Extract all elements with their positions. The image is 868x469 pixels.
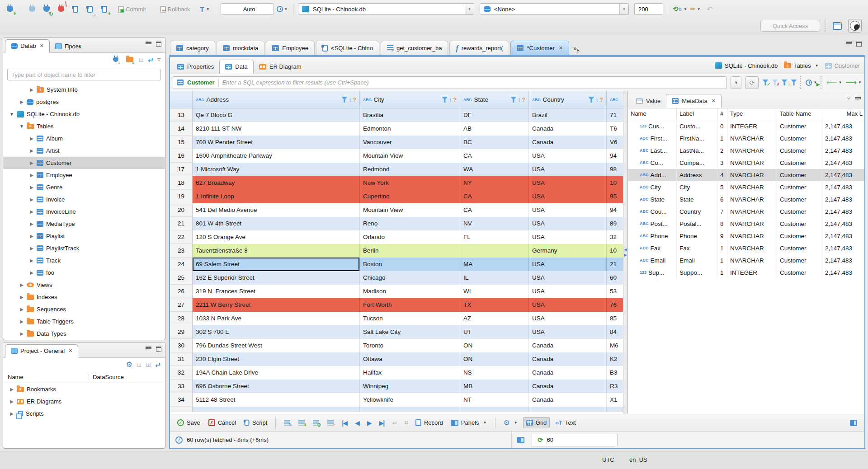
grid-cell[interactable]: Canada: [529, 393, 607, 407]
dropdown-arrow-icon[interactable]: ▼: [619, 4, 628, 14]
grid-cell[interactable]: T6: [607, 122, 623, 136]
tab-database-navigator[interactable]: Datab ✕: [5, 39, 50, 53]
grid-cell[interactable]: V6: [607, 136, 623, 149]
minimize-icon[interactable]: [146, 347, 151, 349]
grid-row[interactable]: 32194A Chain Lake DriveHalifaxNSCanadaB3: [170, 366, 623, 380]
grid-cell[interactable]: Canada: [529, 339, 607, 352]
commit-button[interactable]: ▣Commit: [113, 3, 151, 15]
metadata-cell-name[interactable]: ABCCo...: [628, 157, 677, 169]
grid-cell[interactable]: USA: [529, 176, 607, 190]
row-number-cell[interactable]: 19: [170, 190, 193, 203]
view-menu-icon[interactable]: ▽: [847, 96, 850, 100]
edit-row-icon[interactable]: ✎: [281, 418, 293, 427]
column-header-country[interactable]: ABCCountry↕?: [529, 91, 607, 108]
save-button[interactable]: ✓Save: [175, 417, 203, 428]
row-number-cell[interactable]: 23: [170, 244, 193, 258]
metadata-cell-name[interactable]: ABCLast...: [628, 145, 677, 157]
metadata-cell-num[interactable]: 1: [717, 132, 727, 145]
metadata-cell-label[interactable]: Address: [677, 169, 717, 181]
chevron-right-icon[interactable]: ▶: [9, 387, 14, 392]
grid-row[interactable]: 345112 48 StreetYellowknifeNTCanadaX1: [170, 393, 623, 407]
maximize-icon[interactable]: [156, 42, 161, 47]
tree-item-indexes[interactable]: ▶Indexes: [3, 291, 165, 303]
new-connection-icon[interactable]: +: [4, 3, 16, 15]
maximize-icon[interactable]: [156, 347, 161, 352]
transaction-log-icon[interactable]: ▼: [276, 3, 288, 15]
metadata-cell-label[interactable]: Compa...: [677, 157, 717, 169]
row-number-cell[interactable]: 17: [170, 163, 193, 176]
grid-cell[interactable]: Edmonton: [360, 122, 460, 136]
grid-cell[interactable]: 1 Infinite Loop: [193, 190, 360, 203]
mock-data-icon[interactable]: ✏▼: [689, 3, 702, 15]
grid-cell[interactable]: Canada: [529, 352, 607, 366]
row-number-cell[interactable]: 16: [170, 149, 193, 163]
metadata-cell-max[interactable]: 2,147,483: [822, 169, 864, 181]
metadata-row[interactable]: ABCAdd...Address4NVARCHARCustomer2,147,4…: [628, 169, 864, 181]
tree-item-postgres[interactable]: ▶postgres: [3, 96, 165, 108]
row-number-cell[interactable]: 33: [170, 380, 193, 393]
grid-cell[interactable]: NS: [460, 366, 529, 380]
minimize-icon[interactable]: [855, 97, 861, 99]
tree-item-sqlite-chinook-db[interactable]: ▼SQLite - Chinook.db: [3, 108, 165, 120]
column-header-name[interactable]: Name: [3, 374, 89, 380]
row-number-cell[interactable]: 24: [170, 258, 193, 271]
collapse-all-icon[interactable]: ⊟: [137, 361, 142, 368]
grid-cell[interactable]: 8210 111 ST NW: [193, 122, 360, 136]
grid-cell[interactable]: 319 N. Frances Street: [193, 285, 360, 298]
refresh-data-icon[interactable]: ⟲⇅▼: [673, 3, 687, 15]
metadata-cell-type[interactable]: NVARCHAR: [727, 206, 777, 218]
grid-row[interactable]: 31230 Elgin StreetOttawaONCanadaK2: [170, 352, 623, 366]
column-header-clipped[interactable]: ABC: [607, 91, 623, 108]
grid-cell[interactable]: NY: [460, 176, 529, 190]
new-sql-editor-icon[interactable]: +: [98, 3, 111, 15]
close-icon[interactable]: ✕: [40, 43, 44, 49]
metadata-cell-type[interactable]: NVARCHAR: [727, 132, 777, 145]
grid-cell[interactable]: USA: [529, 217, 607, 230]
metadata-row[interactable]: ABCCo...Compa...3NVARCHARCustomer2,147,4…: [628, 157, 864, 169]
link-with-editor-icon[interactable]: ⇄: [148, 56, 153, 63]
grid-cell[interactable]: Yellowknife: [360, 393, 460, 407]
chevron-right-icon[interactable]: ▶: [29, 136, 34, 141]
auto-refresh-box[interactable]: ⟳ 60: [532, 434, 618, 446]
metadata-cell-num[interactable]: 4: [717, 169, 727, 181]
grid-row[interactable]: 2469 Salem StreetBostonMAUSA21: [170, 258, 623, 271]
grid-cell[interactable]: ON: [460, 352, 529, 366]
grid-cell[interactable]: 21: [607, 258, 623, 271]
metadata-cell-type[interactable]: INTEGER: [727, 267, 777, 279]
grid-cell[interactable]: USA: [529, 298, 607, 312]
grid-cell[interactable]: 696 Osborne Street: [193, 380, 360, 393]
transaction-mode-icon[interactable]: T▼: [198, 3, 211, 15]
tab-metadata[interactable]: MetaData✕: [666, 94, 722, 108]
grid-row[interactable]: 18627 BroadwayNew YorkNYUSA10: [170, 176, 623, 190]
tab-er-diagram[interactable]: ER Diagram: [254, 60, 307, 74]
grid-cell[interactable]: 796 Dundas Street West: [193, 339, 360, 352]
metadata-cell-table[interactable]: Customer: [777, 181, 822, 193]
database-select[interactable]: <None>▼: [480, 3, 629, 15]
grid-cell[interactable]: Tucson: [360, 312, 460, 325]
row-number-cell[interactable]: 22: [170, 230, 193, 244]
metadata-cell-label[interactable]: Postal...: [677, 218, 717, 230]
next-result-icon[interactable]: ⟶▼: [846, 78, 862, 87]
grid-cell[interactable]: 2211 W Berry Street: [193, 298, 360, 312]
filter-funnel-icon[interactable]: [588, 97, 594, 103]
delete-row-icon[interactable]: −: [325, 418, 336, 427]
row-number-cell[interactable]: 21: [170, 217, 193, 230]
grid-row[interactable]: 20541 Del Medio AvenueMountain ViewCAUSA…: [170, 203, 623, 217]
close-icon[interactable]: ✕: [559, 45, 563, 51]
metadata-column-header-table-name[interactable]: Table Name: [777, 108, 822, 120]
panel-sash[interactable]: ◀▶: [623, 91, 627, 414]
tree-item-system-info[interactable]: ▶iSystem Info: [3, 84, 165, 96]
chevron-right-icon[interactable]: ▶: [29, 246, 34, 251]
grid-cell[interactable]: Germany: [529, 244, 607, 258]
filter-funnel-icon[interactable]: [442, 97, 448, 103]
save-filter-icon[interactable]: ▢: [781, 80, 787, 85]
tree-item-playlisttrack[interactable]: ▶PlaylistTrack: [3, 242, 165, 254]
tree-item-track[interactable]: ▶Track: [3, 254, 165, 267]
metadata-cell-max[interactable]: 2,147,483: [822, 181, 864, 193]
cancel-button[interactable]: ✗Cancel: [206, 417, 239, 428]
grid-cell[interactable]: 1033 N Park Ave: [193, 312, 360, 325]
tree-item-tables[interactable]: ▼≡Tables: [3, 120, 165, 132]
commit-mode-select[interactable]: Auto: [221, 3, 274, 15]
row-number-cell[interactable]: 31: [170, 352, 193, 366]
editor-tab-sqlitechino[interactable]: <SQLite - Chino: [316, 41, 379, 55]
